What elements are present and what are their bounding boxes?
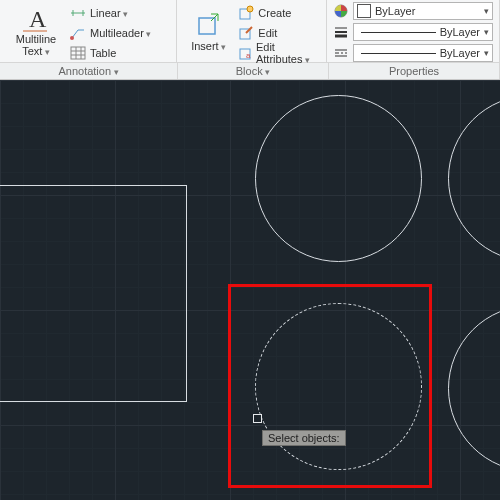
color-value: ByLayer xyxy=(375,5,415,17)
linear-dimension-icon xyxy=(70,5,86,21)
color-swatch-icon xyxy=(357,4,371,18)
svg-point-5 xyxy=(247,6,253,12)
edit-attributes-label: Edit Attributes xyxy=(256,41,320,65)
multiline-text-label: Multiline Text xyxy=(6,33,66,58)
svg-text:a: a xyxy=(246,51,251,60)
svg-rect-2 xyxy=(71,47,85,59)
svg-text:A: A xyxy=(29,6,47,32)
linear-label: Linear xyxy=(90,7,128,19)
tab-annotation[interactable]: Annotation xyxy=(0,63,178,79)
color-combo[interactable]: ByLayer xyxy=(353,2,493,20)
edit-attributes-button[interactable]: a Edit Attributes xyxy=(238,44,320,62)
multileader-label: Multileader xyxy=(90,27,151,39)
multileader-icon xyxy=(70,25,86,41)
linetype-preview-icon xyxy=(361,53,436,54)
color-wheel-icon xyxy=(333,3,349,19)
lineweight-combo[interactable]: ByLayer xyxy=(353,23,493,41)
linetype-icon xyxy=(333,45,349,61)
linetype-value: ByLayer xyxy=(440,47,480,59)
circle-shape-top[interactable] xyxy=(255,95,422,262)
svg-point-1 xyxy=(70,36,74,40)
table-button[interactable]: Table xyxy=(70,44,151,62)
create-button[interactable]: Create xyxy=(238,4,320,22)
lineweight-preview-icon xyxy=(361,32,436,33)
linear-button[interactable]: Linear xyxy=(70,4,151,22)
create-block-icon xyxy=(238,5,254,21)
table-label: Table xyxy=(90,47,116,59)
edit-block-icon xyxy=(238,25,254,41)
lineweight-value: ByLayer xyxy=(440,26,480,38)
insert-button[interactable]: Insert xyxy=(183,2,234,60)
command-tooltip: Select objects: xyxy=(262,430,346,446)
multiline-text-icon: A xyxy=(21,5,51,33)
edit-attributes-icon: a xyxy=(238,45,252,61)
insert-icon xyxy=(194,10,224,40)
rectangle-shape[interactable] xyxy=(0,185,187,402)
tab-block[interactable]: Block xyxy=(178,63,329,79)
drawing-canvas[interactable]: Select objects: xyxy=(0,80,500,500)
pick-cursor-icon xyxy=(253,414,262,423)
lineweight-icon xyxy=(333,24,349,40)
linetype-combo[interactable]: ByLayer xyxy=(353,44,493,62)
create-label: Create xyxy=(258,7,291,19)
edit-label: Edit xyxy=(258,27,277,39)
table-icon xyxy=(70,45,86,61)
tab-properties[interactable]: Properties xyxy=(329,63,500,79)
multileader-button[interactable]: Multileader xyxy=(70,24,151,42)
svg-rect-3 xyxy=(199,18,215,34)
edit-button[interactable]: Edit xyxy=(238,24,320,42)
insert-label: Insert xyxy=(191,40,226,53)
multiline-text-button[interactable]: A Multiline Text xyxy=(6,2,66,60)
